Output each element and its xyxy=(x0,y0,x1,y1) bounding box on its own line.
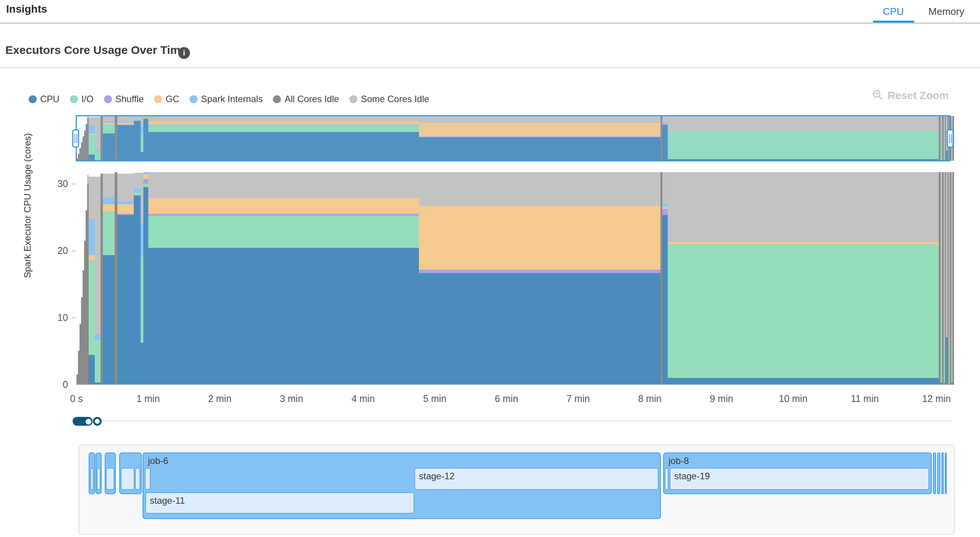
job-bar-job-8[interactable]: job-8stage-19 xyxy=(663,452,932,494)
chart-segment-some_cores_idle xyxy=(141,173,143,224)
y-axis-tick-label: 0 xyxy=(41,379,68,390)
x-axis-tick-label: 0 s xyxy=(70,393,83,404)
legend-label: Shuffle xyxy=(115,94,144,104)
y-axis-tick-label: 10 xyxy=(41,312,68,323)
chart-segment-io xyxy=(103,212,115,255)
job-bar[interactable] xyxy=(105,452,116,494)
y-axis-tick-mark xyxy=(72,251,76,251)
x-axis-tick-label: 5 min xyxy=(423,393,446,404)
stage-bar-stage-11[interactable]: stage-11 xyxy=(145,492,414,514)
chart-segment-gc xyxy=(419,206,660,270)
chart-segment-cpu xyxy=(103,255,115,384)
chart-segment-shuffle xyxy=(148,214,419,216)
chart-segment-cpu xyxy=(141,343,143,384)
job-bar[interactable] xyxy=(945,452,947,494)
chart-segment-some_cores_idle xyxy=(95,177,101,334)
chart-segment-spark_internals xyxy=(141,224,143,257)
brush-selection[interactable] xyxy=(76,115,950,161)
legend-item-io[interactable]: I/O xyxy=(70,94,94,104)
chart-segment-cpu xyxy=(143,187,148,384)
info-icon[interactable]: i xyxy=(178,47,190,59)
x-axis-line xyxy=(76,384,954,385)
x-axis-tick-label: 1 min xyxy=(136,393,160,404)
stage-bar[interactable] xyxy=(145,468,151,490)
job-bar-job-6[interactable]: job-6stage-12stage-11 xyxy=(143,452,661,519)
chart-segment-io xyxy=(143,184,148,187)
stage-bar[interactable] xyxy=(97,468,101,490)
stage-bar[interactable] xyxy=(90,468,94,490)
legend-label: Spark Internals xyxy=(201,94,263,104)
x-axis-tick-label: 8 min xyxy=(638,393,661,404)
legend-dot-gc xyxy=(154,95,162,103)
job-bar[interactable] xyxy=(933,452,936,494)
tab-memory[interactable]: Memory xyxy=(920,4,973,19)
legend-dot-some_cores_idle xyxy=(349,95,357,103)
job-bar[interactable] xyxy=(89,452,95,494)
stage-bar[interactable] xyxy=(665,468,668,490)
chart-segment-io xyxy=(148,216,419,248)
brush-handle-right[interactable] xyxy=(947,129,954,148)
job-label: job-8 xyxy=(668,456,689,466)
chart-segment-some_cores_idle xyxy=(668,172,939,242)
legend-label: GC xyxy=(165,94,179,104)
job-bar[interactable] xyxy=(937,452,940,494)
chart-segment-cpu xyxy=(117,215,134,384)
chart-segment-shuffle xyxy=(662,209,668,215)
x-axis-tick-label: 3 min xyxy=(280,393,303,404)
chart-segment-some_cores_idle xyxy=(148,172,419,198)
legend-dot-spark_internals xyxy=(190,95,198,103)
chart-segment-gc xyxy=(668,242,939,244)
chart-segment-some_cores_idle xyxy=(134,173,141,188)
brush-handle-left[interactable] xyxy=(72,129,79,148)
legend-label: I/O xyxy=(81,94,94,104)
chart-segment-io xyxy=(134,192,141,196)
cpu-usage-chart[interactable] xyxy=(76,172,954,384)
legend-label: All Cores Idle xyxy=(284,94,339,104)
stage-bar[interactable] xyxy=(121,468,135,490)
legend-dot-shuffle xyxy=(104,95,112,103)
chart-segment-gc xyxy=(89,255,95,260)
legend-item-some_cores_idle[interactable]: Some Cores Idle xyxy=(349,94,429,104)
chart-legend: CPUI/OShuffleGCSpark InternalsAll Cores … xyxy=(29,93,429,105)
legend-item-spark_internals[interactable]: Spark Internals xyxy=(190,94,263,104)
job-bar[interactable] xyxy=(941,452,944,494)
timeline-toggle-knob[interactable] xyxy=(84,418,92,426)
chart-segment-io xyxy=(89,260,95,355)
timeline-toggle-track xyxy=(102,421,952,421)
y-axis-tick-label: 20 xyxy=(41,245,68,256)
chart-segment-all_cores_idle xyxy=(115,172,117,384)
chart-segment-spark_internals xyxy=(662,203,668,207)
y-axis-tick-label: 30 xyxy=(41,178,68,189)
chart-segment-shuffle xyxy=(143,179,148,184)
chart-segment-some_cores_idle xyxy=(419,172,660,206)
chart-segment-cpu xyxy=(662,215,668,384)
job-bar[interactable] xyxy=(119,452,142,494)
legend-item-cpu[interactable]: CPU xyxy=(29,94,60,104)
stage-bar[interactable] xyxy=(106,468,114,490)
stage-bar[interactable] xyxy=(135,468,140,490)
chart-segment-gc xyxy=(143,174,148,179)
chart-segment-all_cores_idle xyxy=(952,172,954,384)
chart-segment-gc xyxy=(662,207,668,209)
chart-segment-cpu xyxy=(419,273,660,384)
chart-segment-some_cores_idle xyxy=(117,174,134,202)
stage-bar-stage-12[interactable]: stage-12 xyxy=(414,468,659,490)
x-axis-tick-label: 11 min xyxy=(851,393,879,404)
chart-segment-spark_internals xyxy=(95,334,101,340)
timeline-toggle-ring[interactable] xyxy=(93,417,102,426)
legend-item-shuffle[interactable]: Shuffle xyxy=(104,94,144,104)
stage-bar-stage-19[interactable]: stage-19 xyxy=(670,468,929,490)
reset-zoom-button[interactable]: Reset Zoom xyxy=(871,89,949,103)
legend-item-gc[interactable]: GC xyxy=(154,94,179,104)
legend-dot-io xyxy=(70,95,78,103)
stage-label: stage-11 xyxy=(150,495,185,506)
chart-segment-io xyxy=(95,340,101,382)
stage-label: stage-19 xyxy=(674,471,710,482)
x-axis-tick-label: 7 min xyxy=(566,393,590,404)
chart-segment-cpu xyxy=(89,355,95,384)
chart-segment-io xyxy=(141,257,143,343)
job-bar[interactable] xyxy=(96,452,102,494)
tab-cpu[interactable]: CPU xyxy=(872,4,914,19)
insights-page: Insights CPU Memory Executors Core Usage… xyxy=(0,0,980,537)
legend-item-all_cores_idle[interactable]: All Cores Idle xyxy=(273,94,339,104)
